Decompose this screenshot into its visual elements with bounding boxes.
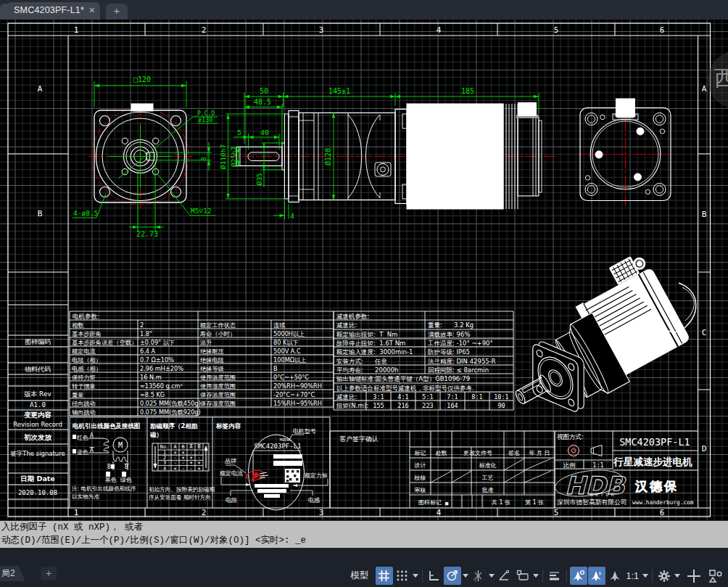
annotation-scale-button[interactable] [606, 567, 624, 585]
command-prompt-line-2[interactable]: 动态(D)/范围(E)/上一个(P)/比例(S)/窗口(W)/对象(O)] <实… [0, 534, 728, 547]
scale-dropdown-caret[interactable] [642, 567, 649, 585]
reducer-param-left: 减速比: [336, 321, 357, 329]
snap-mode-button[interactable] [394, 567, 411, 585]
status-separator [566, 570, 567, 583]
grid-display-button[interactable] [376, 567, 393, 585]
sheet-row-label: B [38, 209, 43, 218]
motor-param-value: 6.4 A [140, 348, 156, 355]
crosshair-size-button[interactable] [685, 567, 703, 585]
new-layout-plus-icon: + [46, 567, 51, 579]
callout-current: 额定电流 [219, 470, 243, 477]
approval-header: 标记 [415, 450, 426, 456]
caret-down-icon [674, 574, 680, 578]
side-pilot-dia-dim: Ø110h7 [219, 144, 227, 169]
snap-dropdown-caret[interactable] [412, 567, 419, 585]
annotation-scale-value[interactable]: 1:1 [624, 567, 641, 585]
layout-tab[interactable]: 局2 [0, 566, 25, 581]
ratio-value: 4:1 [397, 393, 408, 401]
torque-value: 164 [447, 402, 458, 409]
annotation-visibility-button[interactable] [570, 567, 587, 585]
ortho-mode-button[interactable] [426, 567, 443, 585]
sheet-column-label: 3 [319, 508, 324, 517]
annotation-scale-icon [608, 570, 621, 583]
footer-mark-label: 图样标记 [418, 499, 442, 506]
motor-param-value: 100MΩ以上 [273, 356, 306, 364]
command-line-panel[interactable]: 入比例因子 (nX 或 nXP)， 或者 动态(D)/范围(E)/上一个(P)/… [0, 520, 728, 548]
reducer-param-right: 满载效率: 96% [428, 331, 470, 338]
motor-param-value: -20°C~+70°C [273, 391, 315, 398]
rear-thru-hole [634, 173, 642, 181]
phase-b-bar-label: B [125, 464, 128, 470]
excitation-cell: 4 [163, 466, 166, 472]
sheet-row-label: A [702, 84, 707, 94]
motor-param-label: 基本步距角误差（空载） [72, 339, 137, 346]
side-connector [518, 102, 537, 116]
status-bar: 局2 + 模型 [0, 548, 728, 587]
annotation-autoscale-icon [590, 570, 603, 583]
label-qr-pixel [289, 478, 291, 480]
torque-value: 216 [397, 402, 408, 409]
dynamic-input-dropdown-caret[interactable] [532, 567, 539, 585]
grid-icon [378, 570, 390, 582]
object-snap-dropdown-caret[interactable] [488, 567, 495, 585]
motor-param-value: 15%RH~95%RH [273, 400, 322, 407]
dynamic-input-button[interactable] [514, 567, 531, 585]
motor-param-value: 2.96 mH±20% [140, 365, 183, 372]
command-prompt-line-1: 入比例因子 (nX 或 nXP)， 或者 [0, 521, 728, 534]
object-snap-button[interactable] [470, 567, 487, 585]
company-name: 深圳市德智高新有限公司 [557, 498, 627, 506]
status-separator [542, 570, 543, 583]
label-qr-pixel [286, 480, 289, 482]
model-space-button[interactable]: 模型 [349, 567, 371, 585]
customer-signature-label: 客户签字确认 [339, 435, 379, 443]
label-qr-pixel [286, 470, 289, 472]
new-layout-button[interactable]: + [41, 567, 57, 580]
side-flange-thickness-dim: 4 [290, 212, 294, 220]
wiring-note: 以实物为准 [72, 493, 99, 500]
drawing-canvas[interactable]: 1 1 2 2 3 3 4 4 5 5 6 6 A B A B C D 图样编码… [0, 20, 728, 520]
wire-marker [111, 464, 115, 469]
excitation-cell: - [189, 466, 192, 472]
excitation-note: 初始方向。按附表的励磁顺 [149, 486, 215, 493]
motor-param-value: ≈8.5 KG [140, 391, 165, 398]
reducer-param-right: 法兰精度: DIN 42955-R [428, 358, 496, 365]
settings-dropdown-caret[interactable] [674, 567, 681, 585]
signature-label: 签字The signature [10, 450, 65, 457]
sheet-column-label: 6 [660, 25, 665, 35]
version-label: 版本 Rev [24, 390, 51, 398]
isolate-objects-button[interactable] [707, 567, 724, 585]
object-snap-tracking-button[interactable] [496, 567, 513, 585]
watermark-text: 西 [714, 65, 728, 91]
caret-down-icon [463, 574, 468, 578]
document-tab[interactable]: SMC4203PF-L1* × [6, 2, 100, 20]
settings-button[interactable] [655, 567, 673, 585]
wire-marker [106, 472, 110, 477]
version-value: A1.0 [30, 401, 46, 409]
sheet-column-label: 5 [554, 25, 559, 35]
new-tab-button[interactable]: + [106, 4, 128, 20]
ratio-value: 3:1 [373, 393, 384, 401]
motor-param-label: 保存温度范围 [200, 391, 236, 398]
snap-tracking-icon [498, 570, 510, 582]
layout-tab-label: 局2 [1, 568, 15, 578]
label-qr-pixel [294, 475, 296, 477]
ratio-label: 减速比: [336, 393, 357, 401]
polar-tracking-button[interactable] [444, 567, 461, 585]
lineweight-button[interactable] [546, 567, 563, 585]
date-label: 日期 Date [20, 475, 55, 483]
caret-down-icon [413, 574, 418, 578]
tab-close-icon[interactable]: × [89, 4, 95, 16]
approval-header: 处数 [436, 450, 447, 456]
annotation-autoscale-button[interactable] [588, 567, 605, 585]
motor-param-value: 0.7 Ω±10% [140, 356, 174, 364]
polar-dropdown-caret[interactable] [462, 567, 469, 585]
callout-inductance: 电感 [308, 497, 320, 504]
polar-tracking-icon [446, 570, 458, 582]
front-holes-dim: 4-ø8.5 [73, 209, 98, 217]
sheet-column-label: 2 [202, 25, 207, 35]
front-tap-dim: M5▽12 [191, 207, 212, 215]
excitation-title: 磁） [149, 431, 162, 438]
side-body-dia-dim: Ø120 [324, 148, 332, 165]
wiring-note: 注: 电机引出线颜色和线序 [72, 485, 136, 492]
reducer-param-left: 故障停止扭矩: 1.6T Nm [336, 340, 405, 347]
